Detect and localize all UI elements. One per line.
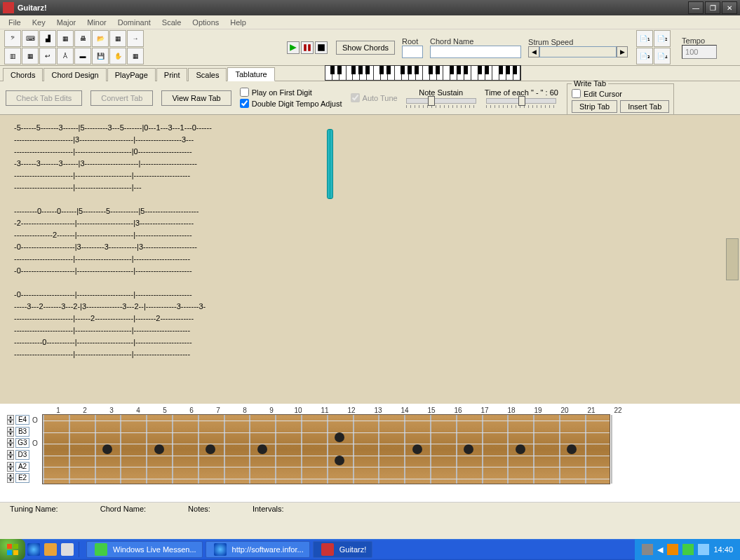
fretboard[interactable]: [42, 414, 610, 484]
toolbar: 𝄢 ⌨ ▟ ▦ 🖶 📂 ▦ → ▥ ▦ ↩ Å ▬ 💾 ✋ ▦ Show Cho…: [0, 29, 740, 66]
menubar: FileKeyMajorMinorDominantScaleOptionsHel…: [0, 15, 740, 29]
start-button[interactable]: [0, 539, 25, 560]
tray-icon-volume[interactable]: [698, 544, 709, 555]
write-tab-legend: Write Tab: [572, 79, 608, 88]
menu-minor[interactable]: Minor: [81, 17, 112, 28]
quicklaunch-icon-3[interactable]: [61, 543, 74, 556]
tab-tablature[interactable]: Tablature: [227, 67, 274, 81]
root-input[interactable]: [402, 46, 423, 58]
strum-left-icon[interactable]: ◀: [528, 46, 539, 57]
menu-major[interactable]: Major: [51, 17, 82, 28]
playhead[interactable]: [327, 129, 333, 199]
task-browser[interactable]: http://software.infor...: [206, 541, 310, 558]
edit-cursor-check[interactable]: Edit Cursor: [572, 89, 669, 98]
tool-btn-neck[interactable]: ▬: [74, 48, 91, 64]
task-guitarz[interactable]: Guitarz!: [313, 541, 373, 558]
quicklaunch-ie-icon[interactable]: [27, 543, 40, 556]
svg-rect-1: [304, 44, 307, 51]
tab-playpage[interactable]: PlayPage: [107, 68, 156, 81]
tuning-spinner[interactable]: ▲▼: [7, 438, 14, 448]
tab-chord-design[interactable]: Chord Design: [43, 68, 106, 81]
svg-rect-4: [7, 544, 12, 549]
tool-btn-arrow-icon[interactable]: →: [127, 30, 144, 47]
tuning-box[interactable]: E4: [15, 415, 29, 425]
task-msn[interactable]: Windows Live Messen...: [86, 541, 203, 558]
tuning-box[interactable]: B3: [15, 427, 29, 437]
string-row: ▲▼E4O: [7, 414, 42, 426]
tool-btn-keyboard[interactable]: ⌨: [22, 30, 39, 47]
menu-file[interactable]: File: [3, 17, 27, 28]
tablature-area[interactable]: -5------5-------3------|5---------3---5-…: [0, 115, 740, 404]
play-first-digit-check[interactable]: Play on First Digit: [240, 88, 342, 97]
tool-btn-grid2[interactable]: ▥: [4, 48, 21, 64]
tuning-spinner[interactable]: ▲▼: [7, 462, 14, 472]
double-digit-check[interactable]: Double Digit Tempo Adjust: [240, 99, 342, 108]
piano-keyboard[interactable]: [325, 65, 521, 81]
tool-btn-back-icon[interactable]: ↩: [39, 48, 56, 64]
fret-number: 20: [551, 407, 578, 414]
tray-icon-1[interactable]: [642, 544, 653, 555]
strum-field-group: Strum Speed ◀ ▶: [528, 38, 628, 57]
quicklaunch-icon-2[interactable]: [44, 543, 57, 556]
tool-btn-fret[interactable]: ▦: [57, 30, 74, 47]
strip-tab-button[interactable]: Strip Tab: [572, 100, 617, 113]
control-panel: Check Tab Edits Convert Tab View Raw Tab…: [0, 81, 740, 115]
tab-chords[interactable]: Chords: [3, 68, 43, 81]
tuning-spinner[interactable]: ▲▼: [7, 427, 14, 437]
close-button[interactable]: ✕: [722, 1, 737, 14]
play-button[interactable]: [287, 41, 300, 54]
menu-options[interactable]: Options: [187, 17, 224, 28]
tool-btn-clef[interactable]: 𝄢: [4, 30, 21, 47]
maximize-button[interactable]: ❐: [705, 1, 720, 14]
menu-help[interactable]: Help: [224, 17, 252, 28]
strum-track[interactable]: [539, 46, 617, 57]
sustain-track[interactable]: [406, 98, 476, 104]
menu-scale[interactable]: Scale: [156, 17, 187, 28]
tool-btn-open-icon[interactable]: 📂: [92, 30, 109, 47]
menu-key[interactable]: Key: [27, 17, 51, 28]
fret-numbers: 12345678910111213141516171819202122: [45, 407, 733, 414]
tuning-box[interactable]: A2: [15, 462, 29, 472]
convert-tab-button[interactable]: Convert Tab: [90, 90, 153, 106]
tool-btn-print-icon[interactable]: 🖶: [74, 30, 91, 47]
tray-expand-icon[interactable]: ◀: [657, 545, 663, 554]
doc-btn-2[interactable]: 📄₂: [654, 30, 671, 47]
tab-print[interactable]: Print: [156, 68, 188, 81]
tool-btn-stairs-icon[interactable]: ▟: [39, 30, 56, 47]
tuning-box[interactable]: G3: [15, 438, 29, 448]
tool-btn-hand-icon[interactable]: ✋: [109, 48, 126, 64]
tuning-box[interactable]: E2: [15, 473, 29, 483]
tab-scales[interactable]: Scales: [188, 68, 227, 81]
doc-btn-3[interactable]: 📄₃: [636, 48, 653, 64]
chordname-input[interactable]: [430, 46, 521, 58]
insert-tab-button[interactable]: Insert Tab: [620, 100, 669, 113]
check-tab-edits-button[interactable]: Check Tab Edits: [6, 90, 82, 106]
tray-icon-msn[interactable]: [682, 544, 694, 555]
view-raw-tab-button[interactable]: View Raw Tab: [161, 90, 231, 106]
pause-button[interactable]: [301, 41, 314, 54]
menu-dominant[interactable]: Dominant: [112, 17, 156, 28]
tuning-box[interactable]: D3: [15, 450, 29, 460]
tuning-spinner[interactable]: ▲▼: [7, 415, 14, 425]
system-tray: ◀ 14:40: [635, 539, 740, 560]
doc-btn-1[interactable]: 📄₁: [636, 30, 653, 47]
tool-btn-metronome-icon[interactable]: Å: [57, 48, 74, 64]
minimize-button[interactable]: —: [688, 1, 704, 14]
tuning-spinner[interactable]: ▲▼: [7, 473, 14, 483]
doc-btn-4[interactable]: 📄₄: [654, 48, 671, 64]
tool-btn-grid3[interactable]: ▦: [127, 48, 144, 64]
tuning-spinner[interactable]: ▲▼: [7, 450, 14, 460]
scrollbar-thumb[interactable]: [726, 238, 739, 280]
clock[interactable]: 14:40: [713, 545, 733, 554]
tool-btn-grid-icon[interactable]: ▦: [109, 30, 126, 47]
time-track[interactable]: [486, 98, 556, 104]
show-chords-button[interactable]: Show Chords: [336, 41, 395, 55]
tray-icon-2[interactable]: [667, 544, 678, 555]
strum-right-icon[interactable]: ▶: [617, 46, 628, 57]
tempo-input[interactable]: [682, 45, 717, 59]
stop-button[interactable]: [315, 41, 328, 54]
auto-tune-check[interactable]: Auto Tune: [351, 93, 398, 102]
open-marker: O: [31, 416, 39, 424]
tool-btn-fret2[interactable]: ▦: [22, 48, 39, 64]
tool-btn-save-icon[interactable]: 💾: [92, 48, 109, 64]
